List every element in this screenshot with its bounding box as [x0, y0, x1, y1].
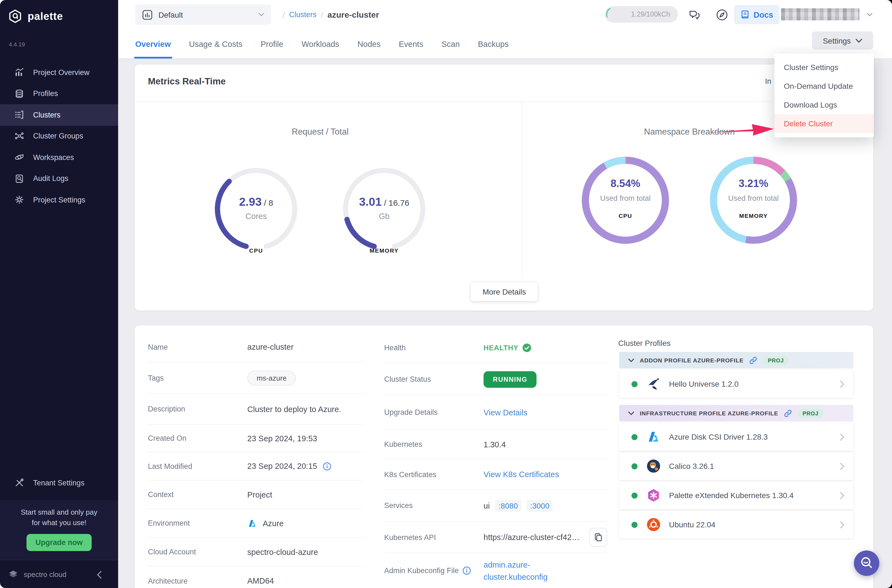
profile-layer-palette-extended-kubernetes-1-30-4[interactable]: Palette eXtended Kubernetes 1.30.4: [619, 482, 853, 509]
detail-value: Azure: [247, 518, 363, 528]
sidebar-item-project-settings[interactable]: Project Settings: [0, 189, 118, 210]
sidebar-item-clusters[interactable]: Clusters: [0, 104, 118, 126]
link-view-k8s-certificates[interactable]: View K8s Certificates: [484, 470, 559, 479]
palette-logo[interactable]: palette: [0, 0, 118, 24]
sidebar-item-cluster-groups[interactable]: Cluster Groups: [0, 126, 118, 147]
tab-profile[interactable]: Profile: [260, 29, 283, 58]
breadcrumb-current: azure-cluster: [328, 10, 379, 19]
metrics-title: Metrics Real-Time: [148, 76, 226, 87]
menu-item-delete-cluster[interactable]: Delete Cluster: [775, 114, 874, 133]
spectro-cloud-logo-icon: [8, 569, 19, 580]
donut-caption: MEMORY: [710, 212, 797, 219]
brand-name: palette: [28, 10, 63, 22]
gauge-value: 2.93 / 8: [209, 195, 303, 208]
detail-label: Admin Kubeconfig File: [384, 567, 484, 575]
detail-label: Cloud Account: [148, 548, 247, 556]
status-dot-green: [632, 463, 638, 469]
link-view-details[interactable]: View Details: [484, 408, 527, 417]
link-icon: [784, 409, 792, 417]
sidebar-nav: Project Overview Profiles Clusters Clust…: [0, 62, 118, 210]
copy-button[interactable]: [590, 528, 607, 547]
gauge-value: 3.01 / 16.76: [337, 195, 431, 208]
tab-scan[interactable]: Scan: [442, 29, 460, 58]
gauge-unit: Gb: [337, 212, 431, 220]
sidebar-item-project-overview[interactable]: Project Overview: [0, 62, 118, 83]
search-assistant-fab[interactable]: [854, 550, 879, 576]
upgrade-now-button[interactable]: Upgrade now: [27, 534, 92, 551]
hello-universe-icon: [646, 377, 661, 391]
menu-item-cluster-settings[interactable]: Cluster Settings: [775, 58, 874, 76]
detail-row-health: HealthHEALTHY: [384, 332, 607, 363]
topbar: Default / Clusters / azure-cluster 1.29/…: [118, 0, 892, 29]
menu-item-download-logs[interactable]: Download Logs: [775, 95, 874, 114]
tab-overview[interactable]: Overview: [135, 29, 171, 58]
detail-label: Tags: [148, 374, 247, 382]
chat-icon[interactable]: [686, 7, 702, 23]
interval-label-truncated: In: [765, 77, 773, 86]
tab-backups[interactable]: Backups: [478, 29, 508, 58]
collapse-sidebar-icon[interactable]: [96, 571, 102, 579]
kubeconfig-file-link[interactable]: admin.azure-cluster.kubeconfig: [484, 558, 548, 583]
status-dot-green: [632, 434, 638, 440]
link-icon: [749, 356, 757, 364]
sidebar-item-workspaces[interactable]: Workspaces: [0, 147, 118, 168]
sidebar-item-tenant-settings[interactable]: Tenant Settings: [0, 472, 132, 494]
profile-layer-hello-universe-1-2-0[interactable]: Hello Universe 1.2.0: [619, 370, 853, 398]
sidebar: palette 4.4.19 Project Overview Profiles…: [0, 0, 118, 588]
cluster-profiles-section: Cluster Profiles ADDON PROFILE AZURE-PRO…: [618, 326, 873, 588]
settings-button[interactable]: Settings: [812, 32, 873, 50]
profile-layer-ubuntu-22-04[interactable]: Ubuntu 22.04: [619, 511, 853, 538]
gauge-unit: Cores: [209, 212, 303, 220]
calico-icon: [646, 459, 661, 473]
profile-layer-azure-disk-csi-driver-1-28-3[interactable]: Azure Disk CSI Driver 1.28.3: [619, 423, 853, 451]
menu-item-on-demand-update[interactable]: On-Demand Update: [775, 76, 874, 95]
breadcrumb-clusters-link[interactable]: Clusters: [289, 10, 317, 19]
detail-row-last-modified: Last Modified23 Sep 2024, 20:15: [148, 452, 363, 480]
project-selector[interactable]: Default: [135, 4, 271, 25]
settings-label: Settings: [823, 36, 851, 45]
audit-icon: [14, 174, 24, 184]
proj-badge: PROJ: [797, 408, 824, 418]
status-dot-green: [632, 522, 638, 528]
sidebar-item-label: Project Overview: [33, 68, 89, 76]
check-circle-icon: [522, 343, 531, 352]
profile-group-header-infrastructure-profile-azure-profile[interactable]: INFRASTRUCTURE PROFILE AZURE-PROFILE PRO…: [619, 405, 853, 422]
project-selector-value: Default: [158, 10, 183, 19]
tab-nodes[interactable]: Nodes: [357, 29, 381, 58]
sidebar-item-profiles[interactable]: Profiles: [0, 83, 118, 104]
chevron-right-icon: [840, 433, 845, 441]
promo-text: Start small and only payfor what you use…: [0, 507, 118, 528]
donut-label: Used from total: [710, 194, 797, 202]
user-name-blurred[interactable]: [781, 8, 859, 20]
detail-value: Cluster to deploy to Azure.: [247, 405, 363, 413]
tab-events[interactable]: Events: [399, 29, 423, 58]
tab-workloads[interactable]: Workloads: [302, 29, 339, 58]
tab-usage-costs[interactable]: Usage & Costs: [189, 29, 242, 58]
sidebar-item-label: Profiles: [33, 90, 58, 98]
detail-value: AMD64: [247, 576, 363, 585]
profile-layer-name: Ubuntu 22.04: [669, 520, 715, 529]
user-menu-chevron-icon[interactable]: [866, 13, 873, 16]
profile-group-header-addon-profile-azure-profile[interactable]: ADDON PROFILE AZURE-PROFILE PROJ: [619, 352, 853, 369]
info-icon[interactable]: [323, 462, 331, 470]
donut-percent: 8.54%: [582, 178, 669, 190]
detail-value: 23 Sep 2024, 20:15: [247, 462, 363, 471]
sidebar-item-audit-logs[interactable]: Audit Logs: [0, 168, 118, 189]
clusters-icon: [14, 110, 24, 120]
detail-row-admin-kubeconfig-file: Admin Kubeconfig Fileadmin.azure-cluster…: [384, 553, 607, 588]
sidebar-item-label: Cluster Groups: [33, 132, 83, 140]
info-icon[interactable]: [463, 567, 471, 575]
detail-label: Upgrade Details: [384, 408, 484, 417]
service-port-link[interactable]: :3000: [527, 500, 553, 512]
sidebar-footer: spectro cloud: [0, 560, 118, 588]
more-details-button[interactable]: More Details: [471, 282, 538, 301]
health-status: HEALTHY: [484, 343, 531, 352]
profile-layer-calico-3-26-1[interactable]: Calico 3.26.1: [619, 452, 853, 480]
compass-icon[interactable]: [714, 7, 730, 23]
tag-ms-azure[interactable]: ms-azure: [247, 370, 296, 385]
detail-label: Cluster Status: [384, 375, 484, 383]
docs-button[interactable]: Docs: [734, 5, 779, 24]
service-port-link[interactable]: :8080: [495, 500, 521, 512]
detail-label: Services: [384, 501, 484, 510]
profile-layer-name: Calico 3.26.1: [669, 462, 714, 471]
